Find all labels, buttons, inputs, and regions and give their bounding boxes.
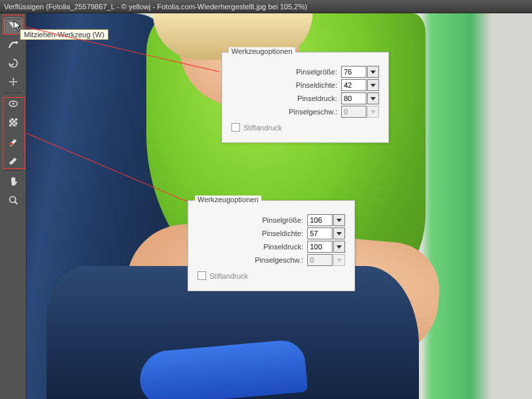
option-label: Pinseldichte: xyxy=(198,229,307,237)
brush-density-input[interactable] xyxy=(341,79,366,91)
dropdown-icon[interactable] xyxy=(333,214,345,226)
brush-pressure-input[interactable] xyxy=(341,92,366,104)
tool-options-panel-1: Werkzeugoptionen Pinselgröße: Pinseldich… xyxy=(221,52,389,143)
svg-rect-7 xyxy=(13,118,15,120)
dropdown-icon[interactable] xyxy=(367,66,379,78)
brush-pressure-input[interactable] xyxy=(307,241,332,253)
option-label: Pinseldichte: xyxy=(231,81,341,89)
option-row-brush-density: Pinseldichte: xyxy=(231,79,379,91)
dropdown-icon xyxy=(333,254,345,266)
svg-rect-14 xyxy=(9,143,13,145)
brush-size-input[interactable] xyxy=(307,214,332,226)
brush-density-input[interactable] xyxy=(307,227,332,239)
brush-size-input[interactable] xyxy=(341,66,366,78)
tool-options-panel-2: Werkzeugoptionen Pinselgröße: Pinseldich… xyxy=(188,200,355,291)
tool-thaw-mask[interactable] xyxy=(4,151,23,168)
dropdown-icon xyxy=(367,106,379,118)
panel-title: Werkzeugoptionen xyxy=(195,196,261,203)
tool-bloat[interactable] xyxy=(4,95,23,112)
svg-rect-13 xyxy=(15,124,17,126)
toolbar-separator xyxy=(4,170,22,171)
stylus-pressure-label: Stiftandruck xyxy=(243,124,282,132)
workspace: Mitziehen-Werkzeug (W) Werkzeugoptionen … xyxy=(0,13,532,399)
svg-line-17 xyxy=(15,202,17,205)
svg-rect-15 xyxy=(9,162,13,164)
stylus-pressure-row: Stiftandruck xyxy=(198,271,345,280)
svg-point-16 xyxy=(9,197,15,203)
option-label: Pinselgeschw.: xyxy=(198,256,307,264)
svg-rect-9 xyxy=(15,120,17,122)
option-row-brush-size: Pinselgröße: xyxy=(231,66,379,78)
option-label: Pinselgröße: xyxy=(198,216,307,224)
option-label: Pinselgröße: xyxy=(231,68,341,76)
option-row-brush-pressure: Pinseldruck: xyxy=(198,241,345,253)
svg-point-3 xyxy=(12,103,14,105)
option-row-brush-pressure: Pinseldruck: xyxy=(231,92,379,104)
brush-rate-input xyxy=(341,106,366,118)
svg-point-0 xyxy=(15,41,18,44)
option-label: Pinselgeschw.: xyxy=(231,108,341,116)
svg-rect-12 xyxy=(11,124,13,126)
tool-freeze-mask[interactable] xyxy=(4,132,23,150)
stylus-pressure-row: Stiftandruck xyxy=(231,123,379,132)
option-row-brush-rate: Pinselgeschw.: xyxy=(231,106,379,118)
option-label: Pinseldruck: xyxy=(198,243,307,251)
svg-rect-11 xyxy=(13,122,15,124)
liquify-toolbar xyxy=(0,13,27,399)
tool-twirl[interactable] xyxy=(4,55,23,72)
option-label: Pinseldruck: xyxy=(231,94,341,102)
tool-push-left[interactable] xyxy=(4,114,23,131)
option-row-brush-density: Pinseldichte: xyxy=(198,227,345,239)
tool-pucker[interactable] xyxy=(4,73,23,90)
option-row-brush-size: Pinselgröße: xyxy=(198,214,345,226)
option-row-brush-rate: Pinselgeschw.: xyxy=(198,254,345,266)
tool-hand[interactable] xyxy=(4,173,23,190)
stylus-pressure-checkbox[interactable] xyxy=(231,123,240,132)
svg-rect-8 xyxy=(11,120,13,122)
window-titlebar: Verflüssigen (Fotolia_25579867_L - © yel… xyxy=(0,0,532,13)
dropdown-icon[interactable] xyxy=(333,241,345,253)
tool-zoom[interactable] xyxy=(4,192,23,209)
tool-tooltip: Mitziehen-Werkzeug (W) xyxy=(20,29,108,40)
stylus-pressure-label: Stiftandruck xyxy=(209,272,248,280)
brush-rate-input xyxy=(307,254,332,266)
svg-point-1 xyxy=(12,80,14,82)
svg-rect-10 xyxy=(9,122,11,124)
svg-rect-6 xyxy=(9,118,11,120)
toolbar-separator xyxy=(4,92,22,93)
stylus-pressure-checkbox[interactable] xyxy=(198,271,206,280)
dropdown-icon[interactable] xyxy=(367,79,379,91)
dropdown-icon[interactable] xyxy=(367,92,379,104)
dropdown-icon[interactable] xyxy=(333,227,345,239)
panel-title: Werkzeugoptionen xyxy=(229,47,295,55)
